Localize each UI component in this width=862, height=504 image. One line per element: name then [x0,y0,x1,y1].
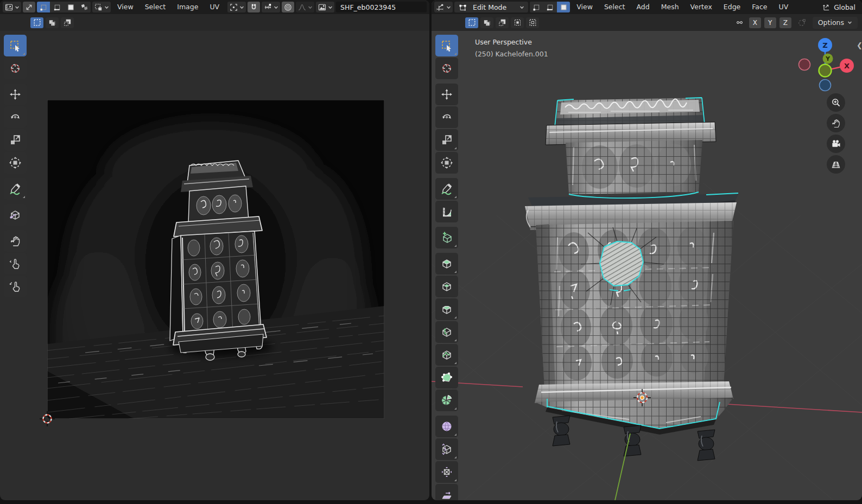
sticky-selection-dropdown[interactable] [92,2,111,12]
select-mode-new-button-3d[interactable] [465,17,478,28]
editor-type-dropdown[interactable] [3,2,21,12]
object-origin-dot [641,396,644,400]
uv-select-vertex-button[interactable] [37,2,50,12]
tool-smooth[interactable] [435,416,458,437]
tool-pinch[interactable] [4,276,27,297]
proportional-snap-icon[interactable] [796,17,808,28]
tool-transform[interactable] [4,152,27,174]
menu-face[interactable]: Face [747,0,772,14]
stove-mesh-model [525,98,739,461]
cursor-2d-marker [39,411,55,427]
camera-view-button[interactable] [827,135,845,153]
proportional-falloff-dropdown[interactable] [296,2,314,12]
tool-grab[interactable] [4,230,27,252]
svg-text:Y: Y [825,55,831,62]
menu-uv-3d[interactable]: UV [774,0,794,14]
menu-vertex[interactable]: Vertex [686,0,717,14]
tool-annotate-3d[interactable] [435,178,458,200]
svg-text:X: X [844,62,850,70]
blender-window: View Select Image UV SHF_eb0023945 [0,0,862,504]
snap-toggle[interactable] [248,2,260,12]
navigation-gizmo[interactable]: Y Z X [791,33,861,93]
select-mode-extend-button-3d[interactable] [480,17,493,28]
tool-poly-build[interactable] [435,367,458,388]
mirror-y-toggle[interactable]: Y [764,17,776,28]
tool-shrink-fatten[interactable] [435,461,458,483]
mirror-z-toggle[interactable]: Z [779,17,791,28]
menu-uv[interactable]: UV [205,0,224,14]
tool-relax[interactable] [4,253,27,275]
menu-image[interactable]: Image [172,0,203,14]
uv-selection-mode-group [37,2,91,12]
uv-select-island-button[interactable] [78,2,91,12]
tool-rotate[interactable] [4,106,27,128]
tool-move-3d[interactable] [435,84,458,105]
select-mode-invert-button[interactable] [511,17,524,28]
tool-inset-faces[interactable] [435,276,458,297]
view-perspective-label: User Perspective [475,38,532,46]
mode-dropdown[interactable]: Edit Mode [454,2,528,12]
select-mode-intersect-button[interactable] [526,17,539,28]
uv-select-face-button[interactable] [64,2,77,12]
menu-view[interactable]: View [112,0,138,14]
uv-select-edge-button[interactable] [50,2,64,12]
tool-add-cube[interactable] [435,227,458,248]
tool-knife[interactable] [435,344,458,366]
mesh-select-mode-group [530,2,570,12]
gizmo-axis-neg-y [819,65,832,77]
pivot-point-dropdown[interactable] [227,2,246,12]
viewport-3d-scene[interactable] [432,31,862,500]
editor-type-dropdown-3d[interactable] [434,2,453,12]
tool-spin[interactable] [435,390,458,411]
menu-add[interactable]: Add [631,0,654,14]
select-mode-extend-button[interactable] [46,17,59,28]
tool-scale[interactable] [4,129,27,151]
viewport-3d-area: Edit Mode View Select Add Mesh Vertex Ed… [432,0,862,500]
zoom-button[interactable] [827,93,845,112]
viewport-header: Edit Mode View Select Add Mesh Vertex Ed… [432,0,862,14]
mesh-symmetry-icon[interactable] [733,17,746,28]
proportional-editing-toggle[interactable] [282,2,294,12]
select-mode-subtract-button[interactable] [61,17,74,28]
tool-rotate-3d[interactable] [435,106,458,128]
tool-edge-slide[interactable] [435,438,458,460]
perspective-toggle-button[interactable] [827,155,845,174]
browse-image-dropdown[interactable] [316,2,334,12]
tool-extrude-region[interactable] [435,253,458,275]
menu-select-3d[interactable]: Select [599,0,630,14]
edge-select-button[interactable] [543,2,556,12]
image-name-field[interactable]: SHF_eb0023945 [336,2,427,12]
vertex-select-button[interactable] [530,2,543,12]
tool-rip-region[interactable] [4,204,27,226]
tool-scale-3d[interactable] [435,129,458,151]
reference-image-canvas[interactable] [47,100,384,419]
tool-move[interactable] [4,84,27,105]
tool-bevel[interactable] [435,298,458,320]
options-dropdown[interactable]: Options [813,17,858,29]
uv-tool-settings-bar [0,14,429,31]
transform-orientation-dropdown[interactable]: Global [820,2,859,12]
uv-editor-header: View Select Image UV SHF_eb0023945 [0,0,429,14]
menu-view-3d[interactable]: View [572,0,598,14]
menu-select[interactable]: Select [140,0,171,14]
tool-tweak-select-box[interactable] [4,35,27,56]
pan-hand-button[interactable] [827,114,845,132]
tool-shear[interactable] [435,484,458,500]
tool-measure[interactable] [435,201,458,222]
svg-text:Z: Z [822,41,827,49]
tool-select-box-3d[interactable] [435,35,458,56]
gizmo-axis-neg-z [820,80,831,91]
menu-edge[interactable]: Edge [719,0,745,14]
snap-settings-dropdown[interactable] [262,2,280,12]
menu-mesh[interactable]: Mesh [656,0,684,14]
tool-loop-cut[interactable] [435,321,458,343]
tool-cursor-2d[interactable] [4,58,27,79]
face-select-button[interactable] [557,2,570,12]
tool-cursor-3d[interactable] [435,58,458,79]
mirror-x-toggle[interactable]: X [749,17,761,28]
select-mode-new-button[interactable] [30,17,43,28]
uv-sync-select-toggle[interactable] [23,2,35,12]
tool-transform-3d[interactable] [435,152,458,174]
select-mode-subtract-button-3d[interactable] [496,17,509,28]
tool-annotate[interactable] [4,178,27,200]
